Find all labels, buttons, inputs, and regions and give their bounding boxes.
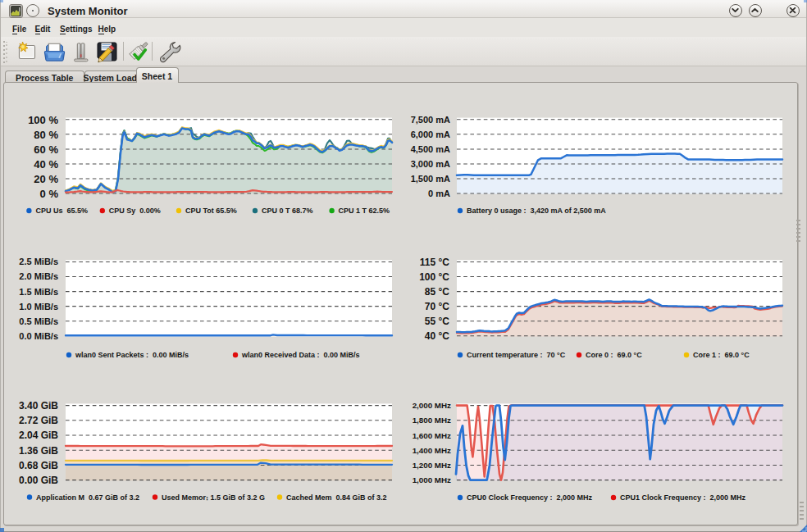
svg-text:Used Memor։ 1.5 GiB of 3.2 G: Used Memor։ 1.5 GiB of 3.2 G — [162, 493, 265, 502]
svg-text:Current temperature : 70 °C: Current temperature : 70 °C — [467, 351, 566, 359]
svg-text:Battery 0 usage : 3,420 mA of: Battery 0 usage : 3,420 mA of 2,500 mA — [467, 207, 606, 215]
svg-text:wlan0 Received Data : 0.00 Mi: wlan0 Received Data : 0.00 MiB/s — [241, 351, 360, 359]
svg-text:CPU Us 65.5%: CPU Us 65.5% — [35, 207, 88, 215]
svg-text:100 %: 100 % — [28, 114, 58, 126]
svg-text:100 °C: 100 °C — [419, 271, 449, 283]
svg-text:CPU 1 T 62.5%: CPU 1 T 62.5% — [339, 207, 390, 215]
svg-text:1,500 mA: 1,500 mA — [411, 174, 450, 184]
svg-text:60 %: 60 % — [34, 143, 58, 156]
svg-text:2.0 MiB/s: 2.0 MiB/s — [19, 271, 58, 281]
svg-text:Application M 0.67 GiB of 3.2: Application M 0.67 GiB of 3.2 — [36, 493, 139, 502]
svg-text:0.5 MiB/s: 0.5 MiB/s — [19, 316, 58, 326]
svg-text:70 °C: 70 °C — [425, 301, 449, 312]
svg-text:85 °C: 85 °C — [425, 286, 449, 298]
svg-text:0.0 MiB/s: 0.0 MiB/s — [19, 331, 58, 341]
svg-text:1,800 MHz: 1,800 MHz — [413, 416, 451, 425]
svg-text:CPU0 Clock Frequency : 2,000: CPU0 Clock Frequency : 2,000 MHz — [467, 493, 593, 502]
svg-text:1,400 MHz: 1,400 MHz — [413, 446, 451, 455]
svg-text:2.72 GiB: 2.72 GiB — [19, 415, 58, 426]
svg-text:CPU Tot 65.5%: CPU Tot 65.5% — [185, 207, 237, 215]
svg-text:1.0 MiB/s: 1.0 MiB/s — [19, 302, 58, 311]
svg-text:1,600 MHz: 1,600 MHz — [413, 431, 451, 440]
svg-text:1,200 MHz: 1,200 MHz — [413, 461, 451, 470]
svg-text:6,000 mA: 6,000 mA — [411, 130, 450, 139]
svg-text:1,000 MHz: 1,000 MHz — [413, 475, 451, 484]
svg-text:Core 0 : 69.0 °C: Core 0 : 69.0 °C — [586, 351, 642, 359]
svg-text:1.5 MiB/s: 1.5 MiB/s — [19, 287, 58, 297]
svg-text:2.04 GiB: 2.04 GiB — [19, 430, 58, 441]
svg-text:3,000 mA: 3,000 mA — [411, 159, 450, 169]
svg-text:4,500 mA: 4,500 mA — [411, 144, 450, 154]
svg-text:3.40 GiB: 3.40 GiB — [19, 400, 58, 412]
svg-text:0 %: 0 % — [40, 188, 59, 200]
svg-text:115 °C: 115 °C — [420, 257, 449, 268]
svg-text:2.5 MiB/s: 2.5 MiB/s — [19, 257, 58, 266]
svg-text:Cached Mem 0.84 GiB of 3.2: Cached Mem 0.84 GiB of 3.2 — [286, 493, 387, 502]
svg-text:55 °C: 55 °C — [425, 316, 449, 327]
svg-text:7,500 mA: 7,500 mA — [411, 115, 450, 125]
svg-text:wlan0 Sent Packets : 0.00 MiB: wlan0 Sent Packets : 0.00 MiB/s — [75, 351, 189, 359]
svg-text:80 %: 80 % — [34, 129, 58, 141]
svg-text:1.36 GiB: 1.36 GiB — [19, 445, 58, 457]
svg-text:Core 1 : 69.0 °C: Core 1 : 69.0 °C — [693, 351, 750, 359]
svg-text:0 mA: 0 mA — [428, 189, 450, 198]
svg-text:2,000 MHz: 2,000 MHz — [413, 401, 451, 410]
svg-text:40 %: 40 % — [34, 158, 58, 171]
svg-text:0.00 GiB: 0.00 GiB — [19, 475, 58, 486]
svg-text:20 %: 20 % — [34, 173, 58, 185]
svg-text:CPU1 Clock Frequency : 2,000: CPU1 Clock Frequency : 2,000 MHz — [620, 493, 746, 502]
svg-text:40 °C: 40 °C — [425, 330, 449, 342]
svg-text:CPU 0 T 68.7%: CPU 0 T 68.7% — [262, 207, 313, 215]
svg-text:0.68 GiB: 0.68 GiB — [19, 460, 58, 471]
svg-text:CPU Sy 0.00%: CPU Sy 0.00% — [109, 207, 161, 215]
